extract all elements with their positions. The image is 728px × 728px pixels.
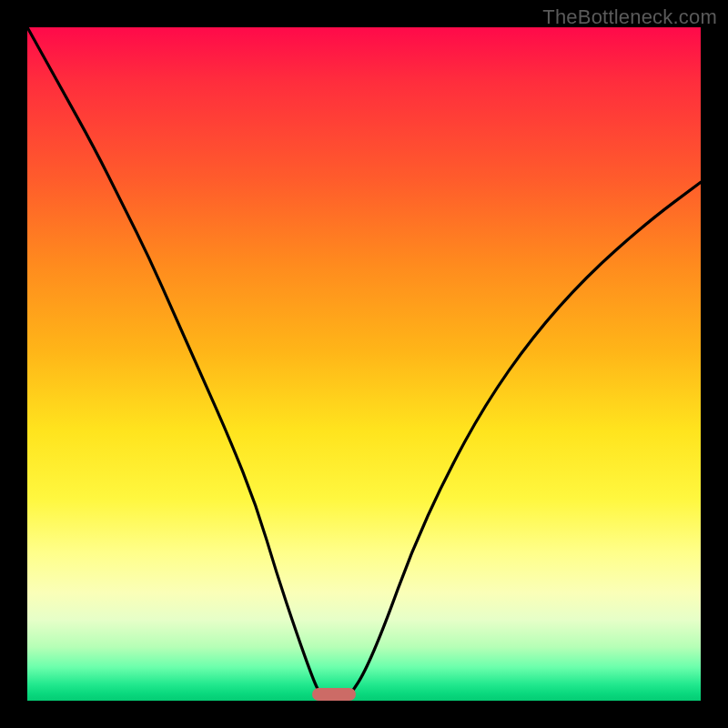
- bottleneck-indicator: [312, 688, 356, 701]
- chart-container: TheBottleneck.com: [0, 0, 728, 728]
- watermark-text: TheBottleneck.com: [542, 5, 717, 29]
- curves-layer: [27, 27, 701, 701]
- right-curve: [350, 182, 701, 693]
- plot-area: [27, 27, 701, 701]
- left-curve: [27, 27, 320, 694]
